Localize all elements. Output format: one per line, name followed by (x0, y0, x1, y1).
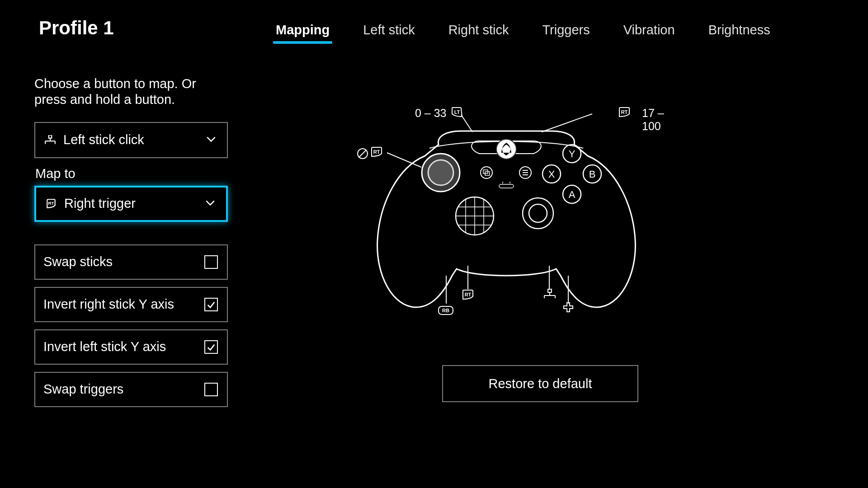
svg-point-20 (428, 160, 453, 185)
svg-line-56 (359, 150, 366, 157)
svg-rect-16 (499, 184, 514, 188)
checkbox-box (204, 255, 218, 269)
checkbox-swap-sticks[interactable]: Swap sticks (34, 244, 228, 280)
controller-diagram: 0 – 33 17 – 100 Y B X (344, 95, 669, 348)
tab-mapping[interactable]: Mapping (276, 23, 330, 42)
svg-line-50 (461, 115, 472, 132)
chevron-down-icon (204, 197, 216, 211)
svg-text:X: X (548, 169, 555, 180)
right-trigger-icon: RT (44, 199, 58, 209)
svg-rect-43 (548, 289, 552, 292)
svg-text:B: B (589, 169, 596, 180)
page-title: Profile 1 (39, 17, 114, 39)
checkbox-swap-triggers[interactable]: Swap triggers (34, 372, 228, 407)
checkbox-box (204, 383, 218, 396)
chevron-down-icon (205, 133, 217, 147)
checkbox-box (204, 298, 218, 311)
checkbox-label: Invert left stick Y axis (43, 339, 204, 354)
svg-text:RB: RB (442, 308, 449, 313)
checkbox-label: Swap sticks (43, 254, 204, 269)
svg-line-51 (542, 114, 592, 132)
svg-text:RT: RT (465, 292, 472, 297)
source-button-label: Left stick click (63, 132, 205, 147)
svg-point-36 (523, 198, 553, 229)
restore-default-label: Restore to default (489, 376, 592, 391)
tab-right-stick[interactable]: Right stick (448, 23, 509, 42)
tab-vibration[interactable]: Vibration (623, 23, 675, 42)
restore-default-button[interactable]: Restore to default (442, 365, 638, 402)
svg-text:Y: Y (569, 148, 576, 160)
target-button-select[interactable]: RT Right trigger (34, 186, 228, 222)
checkbox-invert-right-y[interactable]: Invert right stick Y axis (34, 287, 228, 322)
lt-range-label: 0 – 33 (415, 107, 447, 120)
target-button-label: Right trigger (64, 196, 204, 211)
svg-text:RT: RT (621, 109, 628, 115)
checkbox-box (204, 340, 218, 354)
svg-text:LT: LT (454, 109, 460, 115)
source-button-select[interactable]: Left stick click (34, 122, 228, 158)
controller-svg: Y B X A RT (344, 95, 669, 348)
tab-triggers[interactable]: Triggers (542, 23, 590, 42)
checkbox-label: Invert right stick Y axis (43, 297, 204, 312)
rt-range-label: 17 – 100 (642, 107, 669, 133)
svg-rect-0 (49, 135, 52, 138)
svg-text:A: A (569, 189, 576, 200)
svg-point-9 (481, 167, 492, 178)
svg-text:RT: RT (373, 149, 380, 155)
instructions-text: Choose a button to map. Or press and hol… (34, 76, 215, 108)
tab-bar: Mapping Left stick Right stick Triggers … (276, 23, 770, 42)
tab-brightness[interactable]: Brightness (708, 23, 770, 42)
svg-text:RT: RT (48, 201, 54, 206)
svg-point-37 (529, 204, 547, 222)
map-to-label: Map to (35, 166, 229, 181)
checkbox-invert-left-y[interactable]: Invert left stick Y axis (34, 329, 228, 365)
stick-click-icon (43, 135, 57, 145)
tab-left-stick[interactable]: Left stick (363, 23, 415, 42)
checkbox-label: Swap triggers (43, 382, 204, 397)
